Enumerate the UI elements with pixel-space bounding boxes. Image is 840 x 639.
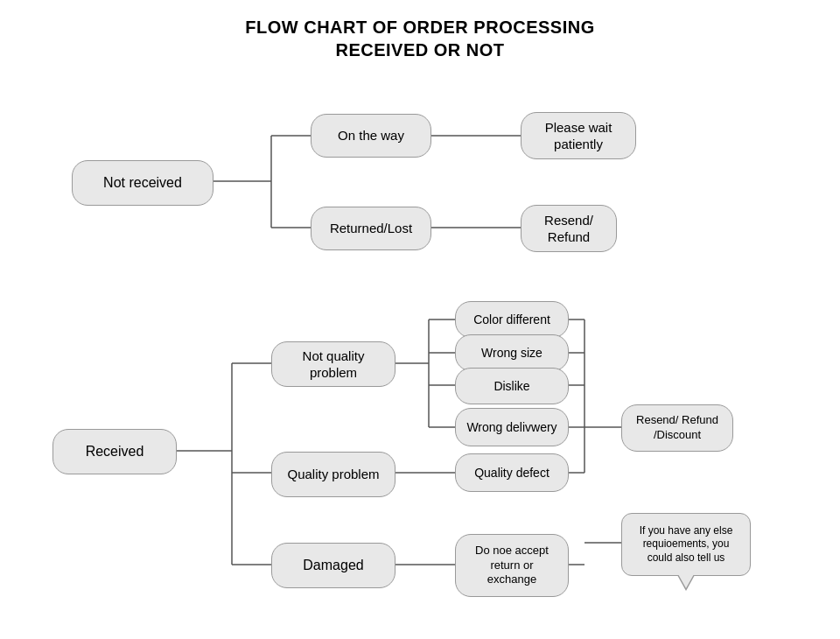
resend-refund-discount-node: Resend/ Refund /Discount (621, 404, 733, 452)
not-received-node: Not received (72, 160, 214, 206)
not-quality-node: Not quality problem (271, 341, 396, 387)
speech-bubble-node: If you have any else requioements, you c… (621, 513, 751, 576)
on-the-way-node: On the way (311, 114, 431, 158)
wrong-size-node: Wrong size (455, 334, 569, 371)
page: FLOW CHART OF ORDER PROCESSING RECEIVED … (0, 0, 840, 639)
do-not-accept-node: Do noe accept return or exchange (455, 534, 569, 597)
wrong-delivery-node: Wrong delivwery (455, 408, 569, 446)
resend-refund-top-node: Resend/ Refund (521, 205, 617, 252)
received-node: Received (52, 429, 177, 474)
dislike-node: Dislike (455, 368, 569, 404)
color-different-node: Color different (455, 301, 569, 338)
please-wait-node: Please wait patiently (521, 112, 636, 159)
returned-lost-node: Returned/Lost (311, 207, 431, 250)
page-title: FLOW CHART OF ORDER PROCESSING RECEIVED … (0, 0, 840, 61)
quality-problem-node: Quality problem (271, 452, 396, 497)
damaged-node: Damaged (271, 543, 396, 588)
quality-defect-node: Quality defect (455, 453, 569, 492)
